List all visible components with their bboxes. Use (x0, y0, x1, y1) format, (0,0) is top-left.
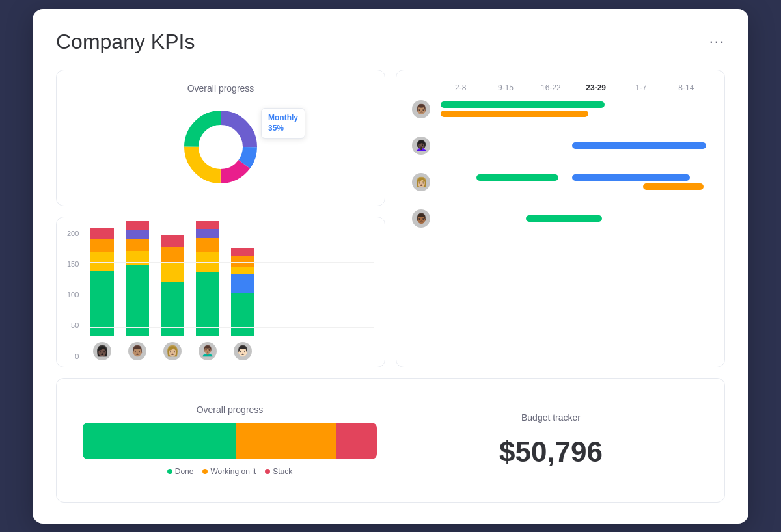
main-grid: Overall progress (56, 70, 725, 503)
svg-point-5 (200, 126, 241, 168)
y-label-0: 0 (75, 353, 79, 360)
gantt-bar (572, 174, 690, 181)
legend-done: Done (167, 467, 194, 476)
y-label-50: 50 (71, 322, 79, 329)
gantt-row: 👨🏾 (412, 209, 709, 228)
progress-bottom-title: Overall progress (83, 405, 377, 415)
gantt-bars-area (435, 137, 709, 155)
gantt-col-label: 16-22 (528, 83, 573, 92)
gantt-bars-area (435, 173, 709, 191)
bar-avatar: 👨🏻 (234, 342, 252, 360)
donut-card-title: Overall progress (70, 83, 372, 94)
legend-working: Working on it (202, 467, 256, 476)
gantt-bar (643, 183, 703, 190)
bar-chart-card: 200 150 100 50 0 👩🏿👨🏽👩🏼👨🏽‍🦱👨🏻 (56, 217, 385, 367)
bar-segment (161, 235, 184, 247)
bar-segment (161, 263, 184, 282)
bar-group: 👩🏼 (161, 235, 184, 360)
more-menu-button[interactable]: ··· (709, 33, 725, 50)
budget-value: $50,796 (499, 436, 603, 468)
bar-segment (231, 274, 254, 293)
gantt-card: 2-89-1516-2223-291-78-14 👨🏽👩🏿‍🦱👩🏼👨🏾 (396, 70, 725, 367)
bar-segment (161, 282, 184, 336)
bar-avatar: 👩🏿 (93, 342, 111, 360)
bar-avatar: 👨🏽 (128, 342, 146, 360)
bar-stack (161, 235, 184, 336)
gantt-row: 👩🏿‍🦱 (412, 137, 709, 155)
bar-segment (90, 228, 114, 239)
bar-segment (161, 247, 184, 263)
bar-group: 👩🏿 (90, 228, 114, 360)
y-label-100: 100 (67, 291, 79, 299)
bar-segment (90, 271, 114, 336)
y-label-150: 150 (67, 261, 79, 268)
bar-stack (231, 248, 254, 336)
donut-tooltip: Monthly 35% (261, 108, 305, 139)
gantt-col-label: 23-29 (573, 83, 618, 92)
donut-svg (175, 101, 266, 193)
gantt-row: 👩🏼 (412, 173, 709, 191)
donut-section: Monthly 35% (70, 101, 372, 193)
gantt-bar (476, 174, 558, 181)
dashboard: Company KPIs ··· Overall progress (33, 9, 748, 524)
bar-segment (231, 293, 254, 336)
bottom-card: Overall progress Done Working on it Stuc… (56, 378, 725, 503)
gantt-rows: 👨🏽👩🏿‍🦱👩🏼👨🏾 (412, 100, 709, 237)
gantt-bar (441, 101, 605, 108)
bar-segment (90, 252, 114, 271)
progress-stuck (336, 423, 377, 459)
gantt-avatar: 👨🏾 (412, 209, 430, 228)
page-title: Company KPIs (56, 30, 195, 54)
y-axis-labels: 200 150 100 50 0 (67, 230, 79, 360)
budget-card: Budget tracker $50,796 (390, 392, 711, 489)
bar-segment (231, 248, 254, 256)
bar-segment (126, 251, 149, 265)
bar-segment (90, 239, 114, 252)
progress-done (83, 423, 236, 459)
gantt-col-label: 9-15 (483, 83, 528, 92)
progress-working (236, 423, 336, 459)
gantt-avatar: 👩🏿‍🦱 (412, 137, 430, 155)
donut-card: Overall progress (56, 70, 385, 206)
bar-segment (231, 267, 254, 274)
bar-stack (126, 221, 149, 336)
gantt-bars-area (435, 209, 709, 228)
bar-segment (196, 238, 219, 252)
gantt-bar (572, 142, 706, 149)
bar-stack (90, 228, 114, 336)
bar-avatar: 👩🏼 (163, 342, 182, 360)
gantt-avatar: 👨🏽 (412, 100, 430, 118)
bar-segment (126, 230, 149, 239)
gantt-row: 👨🏽 (412, 100, 709, 118)
bar-segment (126, 265, 149, 336)
gantt-bar (526, 215, 603, 222)
bar-segment (196, 272, 219, 336)
bar-segment (231, 256, 254, 267)
bar-segment (196, 229, 219, 238)
bar-avatar: 👨🏽‍🦱 (199, 342, 217, 360)
gantt-header: 2-89-1516-2223-291-78-14 (412, 83, 709, 92)
donut-chart: Monthly 35% (175, 101, 266, 193)
bar-group: 👨🏽 (126, 221, 149, 360)
bar-chart-area: 200 150 100 50 0 👩🏿👨🏽👩🏼👨🏽‍🦱👨🏻 (67, 230, 374, 360)
y-label-200: 200 (67, 230, 79, 237)
bar-segment (196, 221, 219, 229)
progress-bottom-card: Overall progress Done Working on it Stuc… (70, 392, 390, 489)
gantt-bar (441, 111, 588, 117)
bar-segment (196, 252, 219, 272)
bar-group: 👨🏽‍🦱 (196, 221, 219, 360)
gantt-bars-area (435, 100, 709, 118)
gantt-col-label: 8-14 (664, 83, 709, 92)
gantt-col-label: 1-7 (618, 83, 663, 92)
bar-segment (126, 239, 149, 251)
bar-segment (126, 221, 149, 230)
progress-bar-stacked (83, 423, 377, 459)
bar-group: 👨🏻 (231, 248, 254, 360)
bar-stack (196, 221, 219, 336)
budget-title: Budget tracker (521, 412, 581, 423)
progress-legend: Done Working on it Stuck (83, 467, 377, 476)
legend-stuck: Stuck (265, 467, 292, 476)
gantt-avatar: 👩🏼 (412, 173, 430, 191)
header: Company KPIs ··· (56, 30, 725, 54)
gantt-col-label: 2-8 (438, 83, 483, 92)
